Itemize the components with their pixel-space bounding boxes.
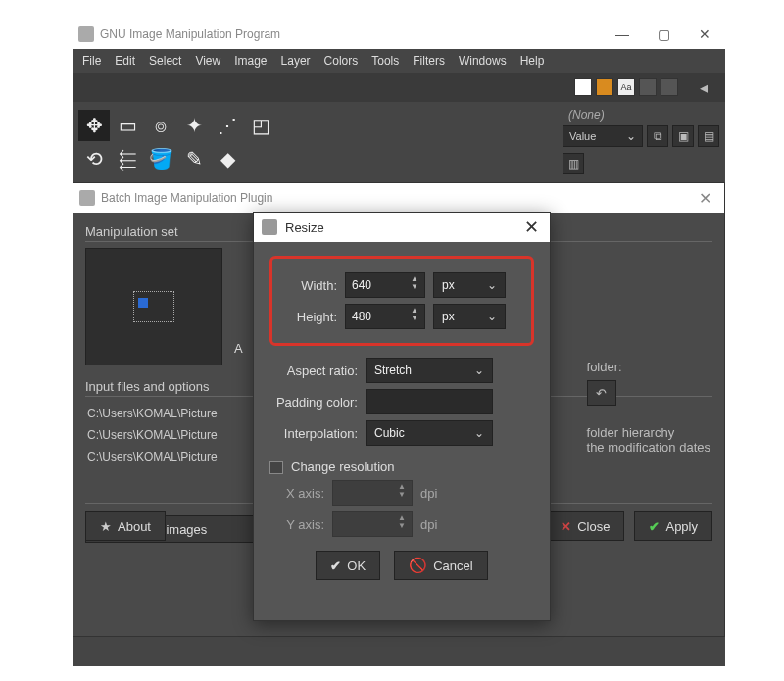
chevron-down-icon: ⌄	[474, 426, 484, 440]
padding-color-swatch[interactable]	[366, 389, 493, 414]
output-options: folder: ↶ folder hierarchy the modificat…	[587, 360, 710, 455]
ok-label: OK	[347, 559, 366, 573]
crop-tool-icon[interactable]: ◰	[245, 110, 276, 141]
width-value: 640	[352, 278, 371, 292]
open-external-icon[interactable]: ⧉	[647, 125, 668, 147]
resize-logo-icon	[262, 219, 277, 235]
active-image-none-label: (None)	[563, 106, 719, 123]
gimp-logo-icon	[78, 26, 94, 42]
height-unit-value: px	[442, 310, 455, 323]
plugin-close-button[interactable]: ✕Close	[546, 511, 624, 541]
spinner-arrows-icon: ▲▼	[398, 514, 410, 534]
aspect-ratio-value: Stretch	[374, 364, 412, 377]
chevron-down-icon: ⌄	[487, 278, 497, 292]
height-value: 480	[352, 310, 371, 323]
free-select-tool-icon[interactable]: ⌾	[145, 110, 176, 141]
dock-menu-icon[interactable]: ◂	[700, 78, 717, 96]
bimp-titlebar: Batch Image Manipulation Plugin ✕	[74, 183, 724, 213]
width-input[interactable]: 640▲▼	[345, 272, 425, 298]
resize-close-button[interactable]: ✕	[513, 217, 550, 238]
xaxis-input: ▲▼	[332, 480, 413, 506]
option2-icon[interactable]: ▤	[698, 125, 719, 147]
chevron-down-icon: ⌄	[487, 310, 497, 323]
menubar: File Edit Select View Image Layer Colors…	[73, 49, 725, 73]
dimensions-highlight: Width: 640▲▼ px⌄ Height: 480▲▼ px⌄	[270, 256, 534, 346]
by-color-select-tool-icon[interactable]: ⋰	[212, 110, 243, 141]
height-input[interactable]: 480▲▼	[345, 304, 425, 329]
move-tool-icon[interactable]: ✥	[78, 110, 110, 141]
bimp-title: Batch Image Manipulation Plugin	[101, 191, 685, 205]
menu-layer[interactable]: Layer	[281, 54, 311, 68]
xaxis-dpi-label: dpi	[420, 486, 437, 501]
manipulation-preview[interactable]	[85, 248, 222, 365]
warp-tool-icon[interactable]: ⬱	[112, 143, 143, 174]
maximize-button[interactable]: ▢	[643, 20, 684, 49]
close-button[interactable]: ✕	[684, 20, 725, 49]
chevron-down-icon: ⌄	[474, 364, 484, 377]
menu-tools[interactable]: Tools	[371, 54, 399, 68]
width-unit-select[interactable]: px⌄	[433, 272, 506, 298]
option3-icon[interactable]: ▥	[563, 153, 584, 174]
dock-tab-text-icon[interactable]: Aa	[617, 78, 635, 96]
prohibit-icon: 🚫	[409, 557, 427, 574]
aspect-ratio-select[interactable]: Stretch⌄	[366, 358, 493, 383]
dock-tab-channels-icon[interactable]	[574, 78, 592, 96]
chevron-down-icon: ⌄	[626, 129, 636, 143]
dock-tab-paths-icon[interactable]	[639, 78, 657, 96]
width-unit-value: px	[442, 278, 455, 292]
paintbrush-tool-icon[interactable]: ✎	[178, 143, 210, 174]
fuzzy-select-tool-icon[interactable]: ✦	[178, 110, 210, 141]
menu-help[interactable]: Help	[520, 54, 545, 68]
preview-resize-handle-icon	[138, 298, 148, 308]
bimp-close-button[interactable]: ✕	[685, 189, 724, 208]
change-resolution-checkbox[interactable]	[270, 461, 283, 474]
resize-titlebar: Resize ✕	[254, 213, 550, 242]
height-unit-select[interactable]: px⌄	[433, 304, 506, 329]
yaxis-label: Y axis:	[270, 517, 324, 532]
about-label: About	[118, 519, 151, 534]
menu-select[interactable]: Select	[149, 54, 181, 68]
spinner-arrows-icon[interactable]: ▲▼	[411, 275, 422, 295]
minimize-button[interactable]: —	[602, 20, 643, 49]
bucket-fill-tool-icon[interactable]: 🪣	[145, 143, 176, 174]
spinner-arrows-icon[interactable]: ▲▼	[411, 307, 422, 326]
menu-filters[interactable]: Filters	[413, 54, 445, 68]
check-icon: ✔	[649, 519, 660, 534]
eraser-tool-icon[interactable]: ◆	[212, 143, 243, 174]
option1-icon[interactable]: ▣	[672, 125, 694, 147]
dock-tab-histogram-icon[interactable]	[661, 78, 678, 96]
star-icon: ★	[100, 519, 112, 534]
channel-mode-select[interactable]: Value ⌄	[563, 125, 643, 147]
height-label: Height:	[282, 310, 337, 324]
undo-folder-button[interactable]: ↶	[587, 380, 616, 406]
menu-view[interactable]: View	[195, 54, 220, 68]
close-label: Close	[577, 519, 610, 534]
interpolation-label: Interpolation:	[270, 426, 358, 441]
x-icon: ✕	[561, 519, 571, 534]
keep-hierarchy-label: folder hierarchy	[587, 425, 710, 440]
menu-image[interactable]: Image	[234, 54, 267, 68]
menu-colors[interactable]: Colors	[324, 54, 359, 68]
apply-label: Apply	[665, 519, 698, 534]
yaxis-input: ▲▼	[332, 511, 413, 537]
transform-tool-icon[interactable]: ⟲	[78, 143, 110, 174]
right-panel: (None) Value ⌄ ⧉ ▣ ▤ ▥	[563, 106, 719, 174]
menu-windows[interactable]: Windows	[459, 54, 507, 68]
apply-button[interactable]: ✔Apply	[634, 511, 712, 541]
width-label: Width:	[282, 278, 337, 293]
rect-select-tool-icon[interactable]: ▭	[112, 110, 143, 141]
dock-tab-layers-icon[interactable]	[596, 78, 613, 96]
xaxis-label: X axis:	[270, 486, 324, 501]
ok-button[interactable]: ✔OK	[316, 551, 380, 580]
preview-selection-icon	[133, 291, 174, 322]
interpolation-select[interactable]: Cubic⌄	[366, 420, 493, 446]
menu-edit[interactable]: Edit	[115, 54, 135, 68]
aspect-ratio-label: Aspect ratio:	[270, 364, 358, 378]
resize-dialog: Resize ✕ Width: 640▲▼ px⌄ Height: 480▲▼ …	[253, 212, 551, 621]
keep-mod-dates-label: the modification dates	[587, 440, 710, 455]
about-button[interactable]: ★About	[85, 511, 166, 541]
cancel-button[interactable]: 🚫Cancel	[394, 551, 487, 580]
menu-file[interactable]: File	[82, 54, 101, 68]
change-resolution-label: Change resolution	[291, 460, 395, 474]
app-title: GNU Image Manipulation Program	[100, 27, 602, 41]
